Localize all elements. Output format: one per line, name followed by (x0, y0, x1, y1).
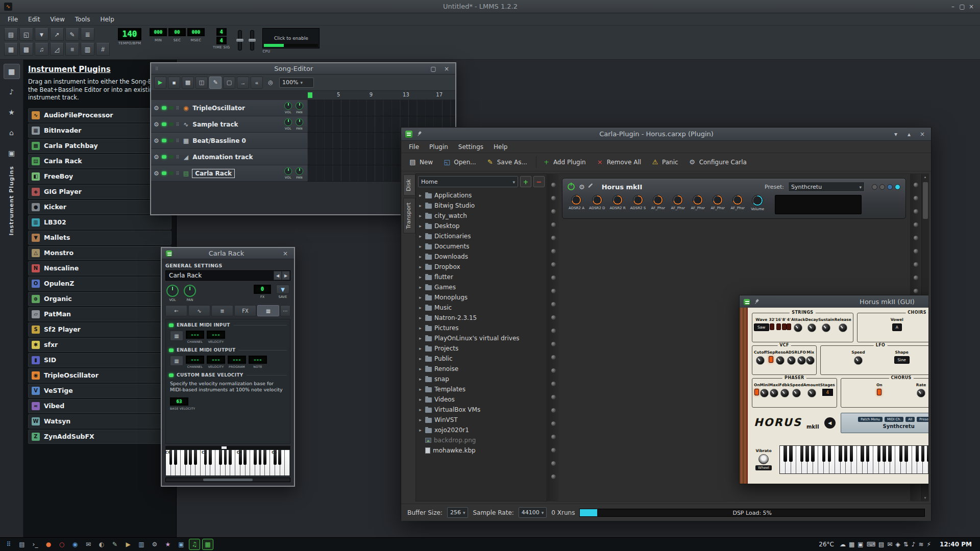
tab-plugin[interactable]: ← (165, 305, 187, 316)
menu-item[interactable]: Edit (23, 15, 44, 24)
expand-caret-icon[interactable] (418, 234, 423, 239)
expand-caret-icon[interactable] (418, 305, 423, 310)
text-editor-icon[interactable]: ✎ (109, 539, 120, 550)
horus-control[interactable]: 32' (769, 317, 776, 330)
plugin-list-item[interactable]: ▮ SID (28, 353, 172, 367)
track-name[interactable]: TripleOscillator (192, 105, 245, 112)
song-editor-toggle[interactable]: ▦ (4, 43, 18, 56)
home-tab[interactable]: ⌂ (4, 125, 20, 140)
plugin-list-item[interactable]: ▥ LB302 (28, 215, 172, 230)
power-icon[interactable]: ⚡ (926, 541, 930, 548)
file-row[interactable]: Videos (416, 394, 547, 405)
track-header[interactable]: ⚙ ⠿ ▦ Beat/Bassline 0 VOL PAN (151, 133, 307, 149)
track-header[interactable]: ⚙ ⠿ ◢ Automation track VOL PAN (151, 149, 307, 165)
tab-more[interactable]: ⋯ (280, 305, 290, 316)
horus-control[interactable]: Mix (806, 350, 815, 365)
tab-fx[interactable]: FX (234, 305, 256, 316)
stop-button[interactable]: ■ (168, 77, 180, 89)
track-solo-led[interactable] (169, 171, 174, 175)
plugin-list-item[interactable]: V VeSTige (28, 384, 172, 398)
expand-caret-icon[interactable] (418, 274, 423, 280)
master-volume-slider[interactable] (238, 30, 242, 51)
carla-rack-titlebar[interactable]: Carla Rack × (162, 248, 294, 259)
instrument-name-field[interactable]: Carla Rack ◀ ▶ (165, 270, 290, 281)
plugin-list-item[interactable]: ▼ Mallets (28, 231, 172, 245)
maximize-button[interactable]: ▢ (958, 3, 967, 10)
tempo-display[interactable]: 140 TEMPO/BPM (118, 28, 141, 45)
horus-control[interactable]: 8' (782, 317, 787, 330)
office-icon[interactable]: ▥ (136, 539, 147, 550)
maximize-button[interactable]: ▢ (429, 65, 438, 72)
transport-tab[interactable]: Transport (403, 198, 415, 234)
updates-icon[interactable]: ⇅ (903, 541, 909, 548)
plugin-param-knob[interactable]: AF_Phsr (710, 195, 725, 210)
horus-control[interactable]: Shape Sine Sine (894, 350, 910, 364)
new-button[interactable]: ▤ New (404, 156, 437, 168)
track-header[interactable]: ⚙ ⠿ ◉ TripleOscillator VOL PAN (151, 100, 307, 116)
close-button[interactable]: × (918, 131, 927, 138)
automation-editor-toggle[interactable]: ◿ (50, 43, 64, 56)
files-icon[interactable]: ▤ (16, 539, 28, 550)
location-select[interactable]: Home (418, 176, 518, 187)
file-row[interactable]: Music (416, 303, 547, 313)
plugin-list-item[interactable]: O OpulenZ (28, 277, 172, 291)
zoom-select[interactable]: 100% (279, 78, 314, 88)
expand-caret-icon[interactable] (418, 325, 423, 331)
expand-caret-icon[interactable] (418, 295, 423, 300)
midi-input-piano-icon[interactable]: ▦ (170, 331, 183, 341)
track-grip-icon[interactable]: ⠿ (176, 106, 180, 111)
edit-mode-button[interactable]: ▢ (223, 77, 235, 89)
horus-control[interactable]: 4' (787, 317, 791, 330)
midi-output-piano-icon[interactable]: ▦ (170, 356, 183, 366)
expand-caret-icon[interactable] (418, 356, 423, 361)
file-row[interactable]: Public (416, 354, 547, 364)
plugin-param-knob[interactable]: AF_Phsr (650, 195, 666, 210)
configure-button[interactable]: ⚙ Configure Carla (684, 156, 751, 168)
midi-lcd[interactable]: --- PROGRAM (228, 356, 246, 368)
expand-caret-icon[interactable] (418, 407, 423, 412)
network-icon[interactable]: ≋ (918, 541, 923, 548)
gimp-icon[interactable]: ◐ (96, 539, 107, 550)
track-mute-led[interactable] (162, 122, 166, 126)
fx-channel-display[interactable]: 0 (254, 285, 271, 294)
track-name[interactable]: Sample track (192, 121, 238, 128)
horus-control[interactable]: Sep (767, 350, 775, 363)
horus-control[interactable]: Stages 4 4 (820, 383, 835, 396)
open-project-button[interactable]: ◱ (19, 28, 33, 41)
maximize-button[interactable]: ▴ (904, 131, 914, 138)
panic-button[interactable]: ⚠ Panic (647, 156, 683, 168)
fx-mixer-toggle[interactable]: ≡ (65, 43, 79, 56)
instruments-tab[interactable]: ▦ (4, 64, 20, 79)
midi-input-led[interactable] (169, 323, 174, 327)
file-row[interactable]: VirtualBox VMs (416, 405, 547, 415)
track-name[interactable]: Beat/Bassline 0 (192, 137, 246, 144)
plugin-list-item[interactable]: N Nescaline (28, 261, 172, 276)
computer-tab[interactable]: ▣ (4, 145, 20, 161)
track-header[interactable]: ⚙ ⠿ ∿ Sample track VOL PAN (151, 116, 307, 133)
base-velocity-led[interactable] (169, 373, 174, 377)
time-signature[interactable]: 4 4 TIME SIG (213, 28, 230, 49)
export-project-button[interactable]: ↗ (50, 28, 64, 41)
file-row[interactable]: Documents (416, 241, 547, 252)
close-button[interactable]: × (281, 250, 290, 257)
track-volume-knob[interactable] (284, 102, 292, 110)
track-grip-icon[interactable]: ⠿ (176, 122, 180, 127)
file-row[interactable]: xojo2020r1 (416, 425, 547, 435)
midi-lcd[interactable]: --- VELOCITY (207, 356, 225, 368)
track-name[interactable]: Carla Rack (192, 169, 234, 178)
midi-lcd[interactable]: --- NOTE (249, 356, 267, 368)
file-row[interactable]: Monoplugs (416, 292, 547, 303)
horus-control[interactable]: Release (835, 317, 851, 332)
file-row[interactable]: Renoise (416, 364, 547, 374)
minimize-button[interactable]: – (948, 3, 958, 10)
midi-lcd[interactable]: --- CHANNEL (186, 331, 204, 343)
plugin-param-knob[interactable]: ADSR2 R (610, 195, 626, 210)
file-row[interactable]: snap (416, 374, 547, 384)
horus-control[interactable]: Reso (775, 350, 786, 365)
track-volume-knob[interactable] (284, 167, 292, 175)
menu-item[interactable]: View (45, 15, 69, 24)
file-row[interactable]: Downloads (416, 252, 547, 262)
plugin-param-knob[interactable]: AF_Phsr (690, 195, 705, 210)
track-name[interactable]: Automation track (192, 154, 253, 161)
file-row[interactable]: Pictures (416, 323, 547, 333)
